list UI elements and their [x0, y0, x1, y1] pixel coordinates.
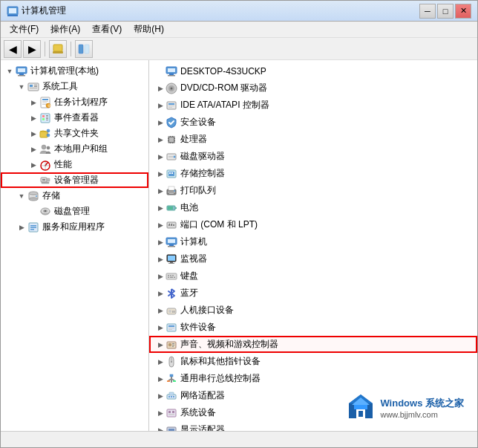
- right-header[interactable]: DESKTOP-4S3UCKP: [149, 63, 477, 79]
- tree-local-users[interactable]: 本地用户和组: [1, 141, 148, 157]
- tree-shared-folders[interactable]: 共享文件夹: [1, 126, 148, 141]
- svg-rect-66: [168, 103, 174, 105]
- right-panel-item[interactable]: ▶电池: [149, 199, 477, 216]
- right-panel-item[interactable]: ▶DVD/CD-ROM 驱动器: [149, 79, 477, 97]
- perf-label: 性能: [54, 158, 72, 171]
- svg-rect-87: [168, 186, 174, 190]
- tree-event-viewer[interactable]: 事件查看器: [1, 110, 148, 126]
- item-expand-icon: ▶: [155, 238, 166, 246]
- users-icon: [39, 143, 51, 155]
- sys-tools-label: 系统工具: [42, 80, 78, 93]
- tree-services[interactable]: 服务和应用程序: [1, 219, 148, 235]
- disk-expand-icon: [27, 206, 39, 218]
- svg-rect-88: [168, 192, 175, 192]
- tree-performance[interactable]: 性能: [1, 157, 148, 172]
- svg-rect-68: [168, 107, 172, 108]
- svg-point-96: [171, 224, 172, 226]
- event-expand-icon: [27, 112, 39, 124]
- sys-tools-expand-icon: [16, 81, 27, 93]
- item-expand-icon: ▶: [155, 85, 166, 92]
- svg-rect-57: [30, 229, 34, 230]
- right-panel-item[interactable]: ▶键盘: [149, 267, 477, 285]
- tree-task-scheduler[interactable]: ⚙ 任务计划程序: [1, 94, 148, 110]
- right-panel-item[interactable]: ▶监视器: [149, 250, 477, 267]
- services-icon: [27, 221, 39, 233]
- toolbar: ◀ ▶: [1, 38, 477, 60]
- svg-rect-26: [46, 115, 48, 116]
- svg-rect-99: [171, 224, 172, 224]
- up-button[interactable]: [49, 40, 67, 58]
- right-panel-item[interactable]: ▶人机接口设备: [149, 302, 477, 319]
- svg-rect-108: [166, 273, 177, 279]
- svg-rect-60: [169, 74, 174, 75]
- task-expand-icon: [27, 97, 39, 108]
- right-panel-item[interactable]: ▶打印队列: [149, 182, 477, 199]
- svg-rect-128: [172, 346, 174, 347]
- toolbar-separator-2: [71, 42, 71, 56]
- svg-rect-72: [168, 140, 168, 141]
- svg-rect-120: [168, 325, 174, 327]
- svg-rect-122: [168, 329, 172, 330]
- item-label: 电池: [180, 201, 198, 214]
- right-panel-item[interactable]: ▶存储控制器: [149, 165, 477, 182]
- svg-rect-75: [170, 136, 171, 137]
- storage-label: 存储: [42, 189, 60, 202]
- show-hide-button[interactable]: [75, 40, 93, 58]
- menu-help[interactable]: 帮助(H): [128, 22, 170, 37]
- device-expand-icon: [27, 175, 39, 186]
- right-panel-item[interactable]: ▶鼠标和其他指针设备: [149, 353, 477, 370]
- right-panel-item[interactable]: ▶通用串行总线控制器: [149, 370, 477, 387]
- svg-rect-157: [358, 411, 363, 417]
- item-icon: [166, 356, 177, 368]
- menu-view[interactable]: 查看(V): [86, 22, 128, 37]
- right-panel-item[interactable]: ▶蓝牙: [149, 285, 477, 302]
- item-label: 处理器: [180, 133, 207, 146]
- svg-point-48: [29, 198, 38, 201]
- item-expand-icon: ▶: [155, 392, 166, 400]
- right-panel-item[interactable]: ▶计算机: [149, 233, 477, 250]
- right-panel-item[interactable]: ▶软件设备: [149, 319, 477, 336]
- window-title: 计算机管理: [22, 4, 419, 17]
- share-icon: [39, 128, 51, 140]
- svg-rect-127: [172, 345, 174, 345]
- svg-rect-15: [30, 88, 37, 88]
- svg-rect-43: [47, 178, 50, 181]
- svg-rect-29: [46, 120, 48, 120]
- watermark-icon: [347, 393, 374, 422]
- svg-rect-27: [46, 117, 48, 117]
- forward-button[interactable]: ▶: [23, 40, 41, 58]
- svg-rect-76: [172, 136, 173, 137]
- item-expand-icon: ▶: [155, 341, 166, 348]
- svg-rect-109: [168, 275, 169, 276]
- minimize-button[interactable]: ─: [419, 4, 436, 19]
- right-panel-item[interactable]: ▶安全设备: [149, 114, 477, 131]
- root-icon: [16, 65, 27, 77]
- right-panel-item[interactable]: ▶IDE ATA/ATAPI 控制器: [149, 97, 477, 114]
- device-label: 设备管理器: [54, 174, 99, 186]
- tree-root[interactable]: 计算机管理(本地): [1, 63, 148, 79]
- svg-rect-77: [170, 143, 171, 143]
- right-panel-item[interactable]: ▶磁盘驱动器: [149, 148, 477, 165]
- svg-rect-14: [34, 86, 37, 87]
- computer-name: DESKTOP-4S3UCKP: [180, 66, 266, 77]
- event-label: 事件查看器: [54, 111, 99, 124]
- tree-disk-management[interactable]: 磁盘管理: [1, 204, 148, 219]
- right-panel-item[interactable]: ▶端口 (COM 和 LPT): [149, 216, 477, 233]
- item-expand-icon: ▶: [155, 273, 166, 280]
- svg-rect-105: [168, 256, 175, 261]
- back-button[interactable]: ◀: [4, 40, 22, 58]
- svg-rect-81: [168, 156, 173, 158]
- maximize-button[interactable]: □: [437, 4, 454, 19]
- item-expand-icon: ▶: [155, 102, 166, 109]
- right-panel-item[interactable]: ▶声音、视频和游戏控制器: [149, 336, 477, 353]
- svg-rect-135: [167, 380, 170, 382]
- item-icon: [166, 82, 177, 94]
- tree-storage[interactable]: 存储: [1, 188, 148, 204]
- tree-device-manager[interactable]: 设备管理器: [1, 172, 148, 188]
- close-button[interactable]: ✕: [455, 4, 471, 19]
- tree-system-tools[interactable]: 系统工具: [1, 79, 148, 94]
- menu-action[interactable]: 操作(A): [45, 22, 86, 37]
- menu-file[interactable]: 文件(F): [4, 22, 45, 37]
- right-panel-item[interactable]: ▶处理器: [149, 131, 477, 148]
- svg-rect-118: [174, 311, 175, 313]
